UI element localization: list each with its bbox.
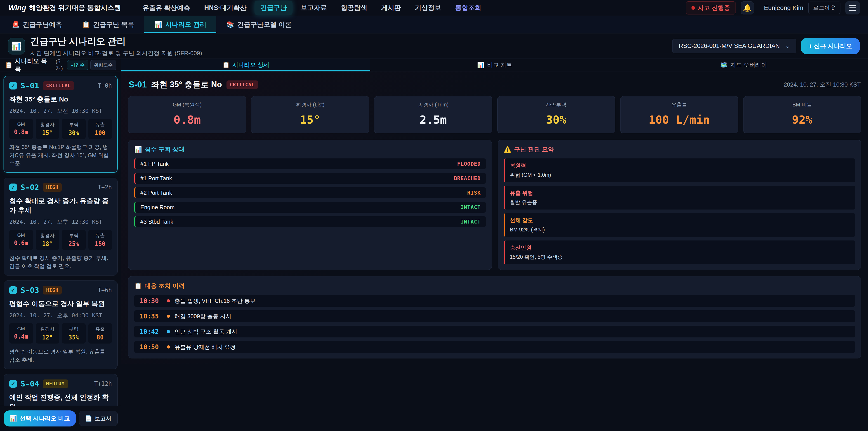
detail-metric-card: 종경사 (Trim) 2.5m	[374, 96, 492, 133]
app-title: 해양환경 위기대응 통합시스템	[29, 3, 121, 12]
metric-label: 유출	[90, 232, 111, 239]
metric-label: 유출	[90, 121, 111, 128]
scenario-card[interactable]: ✓ S-01 CRITICAL T+0h 좌현 35° 충돌로 No 2024.…	[4, 76, 118, 173]
assessment-row: 승선인원 15/20 확인, 5명 수색중	[504, 241, 855, 264]
scenario-checkbox[interactable]: ✓	[9, 380, 17, 388]
scenario-list: ✓ S-01 CRITICAL T+0h 좌현 35° 충돌로 No 2024.…	[0, 71, 121, 406]
sort-button[interactable]: 위험도순	[90, 60, 116, 70]
scenario-title: 예인 작업 진행중, 선체 안정화 확인	[9, 393, 112, 406]
metric-value: 18°	[37, 241, 58, 247]
timeline-rows: 10:30 충돌 발생, VHF Ch.16 조난 통보 10:35 해경 30…	[134, 295, 855, 353]
detail-metric-card: 횡경사 (List) 15°	[251, 96, 369, 133]
metric-box: 부력 30%	[62, 119, 86, 139]
metric-label: 부력	[63, 232, 84, 239]
metric-value: 100	[90, 129, 111, 136]
page-icon: 📊	[8, 38, 25, 55]
metric-box: GM 0.4m	[9, 323, 33, 343]
scenario-datetime: 2024. 10. 27. 오전 10:30 KST	[9, 107, 112, 115]
tank-status: INTACT	[460, 219, 480, 225]
scenario-checkbox[interactable]: ✓	[9, 82, 17, 90]
logout-button[interactable]: 로그아웃	[808, 2, 840, 14]
scenario-title: 좌현 35° 충돌로 No	[9, 95, 112, 104]
tab-icon: 🚨	[12, 21, 20, 28]
detail-tab[interactable]: 🗺️지도 오버레이	[619, 59, 868, 71]
case-selector-dropdown[interactable]: RSC-2026-001·M/V SEA GUARDIAN ⌄	[672, 39, 797, 53]
tank-panel-title: 침수 구획 상태	[145, 145, 185, 153]
notifications-button[interactable]: 🔔	[741, 1, 754, 14]
scenario-id: S-01	[21, 81, 39, 90]
scenario-description: 평형수 이동으로 경사 일부 복원. 유출률 감소 추세.	[9, 348, 112, 364]
nav-item[interactable]: 기상정보	[409, 1, 447, 15]
scenario-checkbox[interactable]: ✓	[9, 184, 17, 191]
assessment-value: 15/20 확인, 5명 수색중	[510, 254, 850, 260]
tank-status-panel: 📊 침수 구획 상태 #1 FP Tank FLOODED #1 Port Ta…	[128, 140, 492, 270]
metric-label: GM	[11, 121, 32, 127]
metric-value: 12°	[37, 334, 58, 341]
tank-name: #2 Port Tank	[141, 190, 172, 196]
detail-tab[interactable]: 📋시나리오 상세	[121, 59, 370, 71]
scenario-datetime: 2024. 10. 27. 오후 12:30 KST	[9, 218, 112, 225]
nav-item[interactable]: 통합조회	[449, 1, 487, 15]
nav-item[interactable]: 긴급구난	[254, 1, 292, 15]
metric-box: 횡경사 12°	[36, 323, 59, 343]
tank-row: #2 Port Tank RISK	[134, 187, 486, 198]
tank-row: #1 Port Tank BREACHED	[134, 173, 486, 184]
new-scenario-button[interactable]: + 신규 시나리오	[801, 38, 860, 54]
scenario-card[interactable]: ✓ S-04 MEDIUM T+12h 예인 작업 진행중, 선체 안정화 확인…	[4, 374, 118, 406]
warning-icon: ⚠️	[504, 146, 512, 153]
nav-item[interactable]: HNS·대기확산	[198, 1, 252, 15]
scenario-description: 침수 확대로 경사 증가, 유출량 증가 추세. 긴급 이초 작업 검토 필요.	[9, 254, 112, 270]
metric-box: 유출 150	[88, 229, 112, 250]
timeline-row: 10:42 인근 선박 구조 활동 개시	[134, 326, 855, 337]
incident-dot-icon	[691, 6, 695, 10]
assessment-label: 유출 위험	[510, 189, 850, 196]
detail-tab[interactable]: 📊비교 차트	[370, 59, 619, 71]
severity-badge: CRITICAL	[226, 81, 258, 89]
nav-item[interactable]: 보고자료	[295, 1, 333, 15]
severity-badge: MEDIUM	[43, 379, 68, 388]
nav-item[interactable]: 게시판	[375, 1, 407, 15]
metric-box: GM 0.6m	[9, 229, 33, 250]
module-tab[interactable]: 📋긴급구난 목록	[72, 16, 144, 33]
metric-value: 0.4m	[11, 333, 32, 340]
scenario-checkbox[interactable]: ✓	[9, 286, 17, 294]
scenario-sidebar: 📋 시나리오 목록 (5개) 시간순위험도순 ✓ S-01 CRITICAL T…	[0, 59, 121, 431]
bar-chart-icon: 📊	[134, 146, 142, 153]
module-tab[interactable]: 🚨긴급구난예측	[2, 16, 72, 33]
detail-metrics: GM (복원성) 0.8m 횡경사 (List) 15° 종경사 (Trim) …	[128, 96, 861, 133]
content: 📋 시나리오 목록 (5개) 시간순위험도순 ✓ S-01 CRITICAL T…	[0, 59, 868, 431]
sidebar-footer: 📊 선택 시나리오 비교 📄 보고서	[0, 406, 121, 431]
module-tab[interactable]: 📊시나리오 관리	[144, 16, 216, 33]
metric-box: GM 0.8m	[9, 119, 33, 139]
nav-item[interactable]: 유출유 확산예측	[136, 1, 196, 15]
assessment-label: 복원력	[510, 162, 850, 169]
module-tab[interactable]: 📚긴급구난모델 이론	[216, 16, 302, 33]
metric-label: BM 비율	[746, 101, 859, 108]
compare-scenarios-button[interactable]: 📊 선택 시나리오 비교	[4, 410, 76, 427]
metric-box: 횡경사 18°	[36, 229, 59, 250]
sidebar-title: 시나리오 목록	[15, 57, 52, 73]
metric-box: 유출 100	[88, 119, 112, 139]
metric-value: 35%	[63, 334, 84, 341]
metric-label: 횡경사	[37, 232, 58, 239]
tank-row: Engine Room INTACT	[134, 202, 486, 213]
metric-value: 30%	[63, 129, 84, 136]
metric-label: 부력	[63, 326, 84, 332]
metric-label: 횡경사	[37, 326, 58, 332]
timeline-dot-icon	[167, 299, 170, 302]
metric-label: GM	[11, 326, 32, 331]
user-name: Eunjeong Kim	[764, 4, 803, 11]
timeline-row: 10:50 유출유 방제선 배치 요청	[134, 341, 855, 353]
menu-button[interactable]	[845, 1, 860, 14]
assessment-label: 승선인원	[510, 244, 850, 251]
timeline-text: 충돌 발생, VHF Ch.16 조난 통보	[175, 297, 255, 305]
timeline-dot-icon	[167, 330, 170, 333]
scenario-card[interactable]: ✓ S-02 HIGH T+2h 침수 확대로 경사 증가, 유출량 증가 추세…	[4, 178, 118, 276]
timeline-row: 10:30 충돌 발생, VHF Ch.16 조난 통보	[134, 295, 855, 307]
metric-label: GM (복원성)	[131, 101, 244, 108]
report-button[interactable]: 📄 보고서	[79, 411, 118, 426]
sort-button[interactable]: 시간순	[67, 60, 88, 70]
nav-item[interactable]: 항공탐색	[335, 1, 373, 15]
tank-name: #1 Port Tank	[141, 175, 172, 182]
scenario-card[interactable]: ✓ S-03 HIGH T+6h 평형수 이동으로 경사 일부 복원 2024.…	[4, 280, 118, 369]
